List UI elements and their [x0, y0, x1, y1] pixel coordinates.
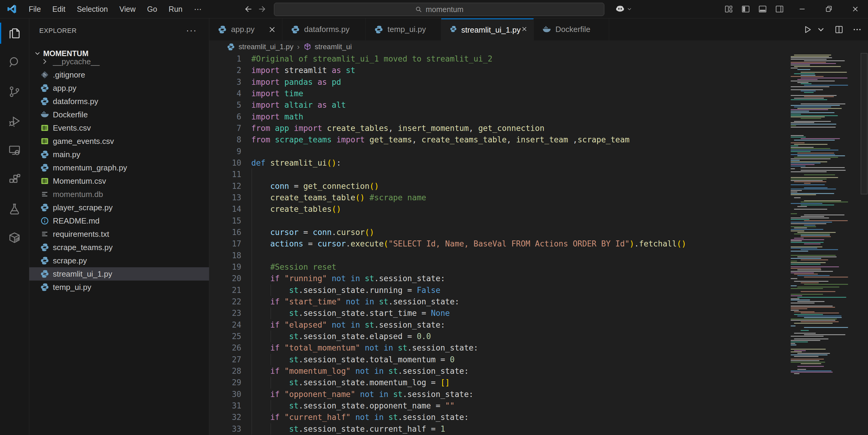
- menu-edit[interactable]: Edit: [48, 3, 70, 15]
- tab-app.py[interactable]: app.py: [209, 19, 282, 40]
- explorer-more-actions-icon[interactable]: ···: [186, 25, 197, 35]
- activity-testing-icon[interactable]: [0, 196, 29, 222]
- tab-Dockerfile[interactable]: Dockerfile: [534, 19, 609, 40]
- activity-source-control-icon[interactable]: [0, 79, 29, 105]
- code-line[interactable]: 30 if "opponent_name" not in st.session_…: [209, 389, 790, 400]
- code-line[interactable]: 17 actions = cursor.execute("SELECT Id, …: [209, 238, 790, 249]
- code-line[interactable]: 5import altair as alt: [209, 99, 790, 111]
- file-item-main.py[interactable]: main.py: [29, 148, 209, 161]
- minimap-line: [797, 353, 830, 354]
- file-item-Dockerfile[interactable]: Dockerfile: [29, 108, 209, 121]
- activity-remote-explorer-icon[interactable]: [0, 137, 29, 163]
- code-line[interactable]: 10def streamlit_ui():: [209, 157, 790, 169]
- close-tab-icon[interactable]: [268, 25, 277, 34]
- copilot-icon[interactable]: [615, 4, 625, 14]
- toggle-secondary-sidebar-icon[interactable]: [775, 4, 784, 13]
- tab-streamlit_ui_1.py[interactable]: streamlit_ui_1.py: [441, 19, 534, 40]
- toggle-panel-icon[interactable]: [758, 4, 767, 13]
- code-line[interactable]: 20 if "running" not in st.session_state:: [209, 273, 790, 284]
- code-line[interactable]: 19 #Session reset: [209, 261, 790, 273]
- file-item-Momentum.csv[interactable]: Momentum.csv: [29, 174, 209, 188]
- code-line[interactable]: 33 st.session_state.current_half = 1: [209, 423, 790, 435]
- activity-explorer-icon[interactable]: [0, 20, 29, 46]
- file-item-game_events.csv[interactable]: game_events.csv: [29, 135, 209, 148]
- code-line[interactable]: 15: [209, 215, 790, 227]
- code-line[interactable]: 11: [209, 169, 790, 180]
- breadcrumb-file[interactable]: streamlit_ui_1.py: [239, 42, 293, 51]
- code-line[interactable]: 25 st.session_state.elapsed = 0.0: [209, 331, 790, 342]
- menu-[interactable]: ⋯: [189, 3, 206, 15]
- code-line[interactable]: 9: [209, 146, 790, 157]
- code-line[interactable]: 26 if "total_momentum" not in st.session…: [209, 342, 790, 354]
- file-item-.gitignore[interactable]: .gitignore: [29, 68, 209, 81]
- code-line[interactable]: 16 cursor = conn.cursor(): [209, 227, 790, 238]
- minimap-line: [791, 262, 826, 263]
- menu-run[interactable]: Run: [164, 3, 187, 15]
- activity-containers-icon[interactable]: [0, 225, 29, 251]
- close-button[interactable]: [842, 0, 868, 18]
- code-line[interactable]: 14 create_tables(): [209, 203, 790, 215]
- file-item-Events.csv[interactable]: Events.csv: [29, 121, 209, 135]
- run-python-file-icon[interactable]: [803, 25, 812, 34]
- code-line[interactable]: 32 if "current_half" not in st.session_s…: [209, 411, 790, 423]
- menu-go[interactable]: Go: [143, 3, 162, 15]
- file-item-README.md[interactable]: README.md: [29, 214, 209, 228]
- file-item-requirements.txt[interactable]: requirements.txt: [29, 228, 209, 241]
- vertical-scrollbar-slider[interactable]: [861, 53, 867, 194]
- command-center-search[interactable]: momentum: [274, 3, 604, 16]
- file-item-scrape_teams.py[interactable]: scrape_teams.py: [29, 241, 209, 254]
- nav-forward-icon[interactable]: [258, 4, 267, 13]
- code-line[interactable]: 7from app import create_tables, insert_m…: [209, 123, 790, 134]
- minimize-button[interactable]: [789, 0, 815, 18]
- file-item-scrape.py[interactable]: scrape.py: [29, 254, 209, 267]
- copilot-chevron-down-icon[interactable]: [626, 6, 632, 12]
- code-line[interactable]: 28 if "momentum_log" not in st.session_s…: [209, 365, 790, 377]
- restore-button[interactable]: [815, 0, 842, 18]
- run-dropdown-chevron-icon[interactable]: [816, 25, 826, 34]
- code-line[interactable]: 4import time: [209, 88, 790, 99]
- code-line[interactable]: 13 create_teams_table() #scrape name: [209, 192, 790, 203]
- file-item-streamlit_ui_1.py[interactable]: streamlit_ui_1.py: [29, 267, 209, 280]
- breadcrumb-symbol[interactable]: streamlit_ui: [315, 42, 352, 51]
- line-number: 29: [209, 377, 241, 388]
- code-line[interactable]: 22 if "start_time" not in st.session_sta…: [209, 296, 790, 307]
- menu-selection[interactable]: Selection: [72, 3, 112, 15]
- menu-view[interactable]: View: [115, 3, 140, 15]
- code-line[interactable]: 6import math: [209, 111, 790, 123]
- split-editor-icon[interactable]: [834, 25, 844, 34]
- code-line[interactable]: 24 if "elapsed" not in st.session_state:: [209, 319, 790, 331]
- file-item-app.py[interactable]: app.py: [29, 81, 209, 95]
- nav-back-icon[interactable]: [243, 4, 252, 13]
- minimap-line: [791, 306, 833, 306]
- code-line[interactable]: 2import streamlit as st: [209, 65, 790, 76]
- activity-extensions-icon[interactable]: [0, 167, 29, 193]
- close-tab-icon[interactable]: [521, 25, 528, 34]
- customize-layout-icon[interactable]: [724, 4, 733, 13]
- file-item-dataforms.py[interactable]: dataforms.py: [29, 95, 209, 108]
- file-item-__pycache__[interactable]: __pycache__: [29, 55, 209, 68]
- tab-dataforms.py[interactable]: dataforms.py: [282, 19, 366, 40]
- menu-file[interactable]: File: [24, 3, 45, 15]
- minimap[interactable]: [791, 53, 850, 385]
- tab-temp_ui.py[interactable]: temp_ui.py: [366, 19, 441, 40]
- code-line[interactable]: 27 st.session_state.total_momentum = 0: [209, 354, 790, 365]
- editor-more-actions-icon[interactable]: [852, 25, 862, 34]
- code-line[interactable]: 8from scrape_teams import get_teams, cre…: [209, 134, 790, 145]
- code-line[interactable]: 31 st.session_state.opponent_name = "": [209, 400, 790, 411]
- tab-strip: app.pydataforms.pytemp_ui.pystreamlit_ui…: [209, 19, 868, 40]
- file-item-momentum.db[interactable]: momentum.db: [29, 188, 209, 201]
- code-line[interactable]: 3import pandas as pd: [209, 76, 790, 88]
- code-line[interactable]: 12 conn = get_connection(): [209, 180, 790, 192]
- code-line[interactable]: 29 st.session_state.momentum_log = []: [209, 377, 790, 388]
- activity-search-icon[interactable]: [0, 49, 29, 75]
- file-item-player_scrape.py[interactable]: player_scrape.py: [29, 201, 209, 214]
- code-line[interactable]: 23 st.session_state.start_time = None: [209, 307, 790, 319]
- file-item-temp_ui.py[interactable]: temp_ui.py: [29, 280, 209, 294]
- code-line[interactable]: 21 st.session_state.running = False: [209, 285, 790, 296]
- file-item-momentum_graph.py[interactable]: momentum_graph.py: [29, 161, 209, 174]
- code-line[interactable]: 1#Original of streamlit_ui_1 moved to st…: [209, 53, 790, 65]
- toggle-primary-sidebar-icon[interactable]: [741, 4, 750, 13]
- code-line[interactable]: 18: [209, 250, 790, 261]
- code-editor[interactable]: 1#Original of streamlit_ui_1 moved to st…: [209, 53, 790, 435]
- activity-run-and-debug-icon[interactable]: [0, 108, 29, 134]
